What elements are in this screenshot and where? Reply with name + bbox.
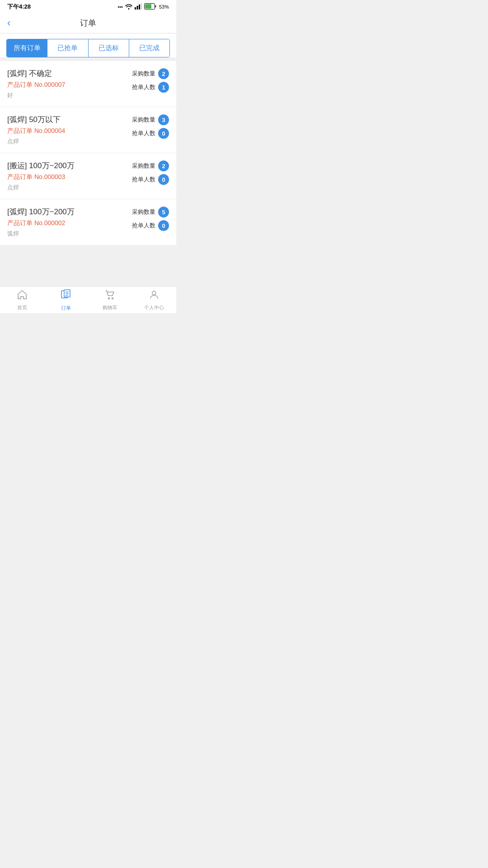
profile-icon [149,289,160,303]
order-grab-count-1: 抢单人数 1 [132,82,169,93]
order-tabs: 所有订单 已抢单 已选标 已完成 [6,39,170,57]
order-right-3: 采购数量 2 抢单人数 0 [119,160,169,185]
order-list: [弧焊] 不确定 产品订单 No.000007 好 采购数量 2 抢单人数 1 … [0,61,176,300]
svg-point-12 [112,297,113,299]
purchase-qty-badge-1: 2 [158,68,169,79]
battery-percent: 53% [159,4,169,9]
wifi-icon [125,3,132,10]
grab-count-label-2: 抢单人数 [132,129,155,137]
nav-cart[interactable]: 购物车 [88,287,132,313]
order-purchase-qty-2: 采购数量 3 [132,114,169,125]
svg-rect-3 [141,3,142,9]
order-item-3[interactable]: [搬运] 100万~200万 产品订单 No.000003 点焊 采购数量 2 … [0,153,176,199]
grab-count-badge-2: 0 [158,128,169,139]
order-right-4: 采购数量 5 抢单人数 0 [119,207,169,231]
status-time: 下午4:28 [7,3,31,11]
grab-count-badge-3: 0 [158,174,169,185]
order-tag-3: 点焊 [7,184,119,192]
order-grab-count-2: 抢单人数 0 [132,128,169,139]
order-left-1: [弧焊] 不确定 产品订单 No.000007 好 [7,68,119,99]
order-title-1: [弧焊] 不确定 [7,68,119,79]
svg-rect-1 [136,6,138,9]
nav-home[interactable]: 首页 [0,287,44,313]
order-title-4: [弧焊] 100万~200万 [7,207,119,217]
order-item-2[interactable]: [弧焊] 50万以下 产品订单 No.000004 点焊 采购数量 3 抢单人数… [0,107,176,153]
nav-profile[interactable]: 个人中心 [132,287,177,313]
nav-orders[interactable]: 订单 [44,287,89,313]
order-item-4[interactable]: [弧焊] 100万~200万 产品订单 No.000002 弧焊 采购数量 5 … [0,199,176,245]
purchase-qty-label-3: 采购数量 [132,162,155,170]
order-left-4: [弧焊] 100万~200万 产品订单 No.000002 弧焊 [7,207,119,238]
tab-all[interactable]: 所有订单 [7,39,47,57]
nav-cart-label: 购物车 [103,304,117,311]
tab-selected[interactable]: 已选标 [89,39,129,57]
signal-bars-icon [135,3,142,10]
battery-icon [144,3,157,10]
grab-count-badge-1: 1 [158,82,169,93]
order-no-1: 产品订单 No.000007 [7,81,119,89]
home-icon [17,289,28,303]
order-left-3: [搬运] 100万~200万 产品订单 No.000003 点焊 [7,160,119,192]
order-purchase-qty-1: 采购数量 2 [132,68,169,79]
purchase-qty-badge-2: 3 [158,114,169,125]
svg-rect-0 [135,7,136,9]
order-grab-count-3: 抢单人数 0 [132,174,169,185]
order-right-2: 采购数量 3 抢单人数 0 [119,114,169,139]
order-purchase-qty-4: 采购数量 5 [132,207,169,217]
order-no-3: 产品订单 No.000003 [7,173,119,181]
svg-point-13 [152,291,156,295]
tabs-container: 所有订单 已抢单 已选标 已完成 [0,33,176,57]
order-title-2: [弧焊] 50万以下 [7,114,119,125]
nav-profile-label: 个人中心 [144,304,164,311]
cart-icon [105,289,116,303]
order-grab-count-4: 抢单人数 0 [132,220,169,231]
purchase-qty-badge-3: 2 [158,160,169,171]
orders-icon [60,289,72,303]
svg-rect-5 [145,4,151,9]
order-tag-2: 点焊 [7,137,119,146]
nav-orders-label: 订单 [61,305,71,311]
purchase-qty-badge-4: 5 [158,207,169,217]
purchase-qty-label-4: 采购数量 [132,208,155,216]
page-title: 订单 [80,18,96,28]
grab-count-label-3: 抢单人数 [132,175,155,184]
purchase-qty-label: 采购数量 [132,70,155,78]
grab-count-badge-4: 0 [158,220,169,231]
order-purchase-qty-3: 采购数量 2 [132,160,169,171]
order-right-1: 采购数量 2 抢单人数 1 [119,68,169,93]
order-tag-4: 弧焊 [7,230,119,238]
order-title-3: [搬运] 100万~200万 [7,160,119,171]
order-no-4: 产品订单 No.000002 [7,219,119,227]
nav-home-label: 首页 [17,304,27,311]
header: ‹ 订单 [0,13,176,33]
order-left-2: [弧焊] 50万以下 产品订单 No.000004 点焊 [7,114,119,146]
back-button[interactable]: ‹ [7,18,10,28]
grab-count-label: 抢单人数 [132,83,155,91]
signal-dots-icon: ••• [117,4,123,9]
tab-completed[interactable]: 已完成 [129,39,169,57]
bottom-nav: 首页 订单 购物车 [0,286,176,313]
order-tag-1: 好 [7,91,119,99]
svg-point-11 [108,297,109,299]
order-item-1[interactable]: [弧焊] 不确定 产品订单 No.000007 好 采购数量 2 抢单人数 1 [0,61,176,107]
grab-count-label-4: 抢单人数 [132,222,155,230]
status-bar: 下午4:28 ••• 53% [0,0,176,13]
svg-rect-2 [139,5,140,9]
purchase-qty-label-2: 采购数量 [132,116,155,124]
order-no-2: 产品订单 No.000004 [7,127,119,135]
tab-grabbed[interactable]: 已抢单 [47,39,88,57]
status-icons: ••• 53% [117,3,169,10]
